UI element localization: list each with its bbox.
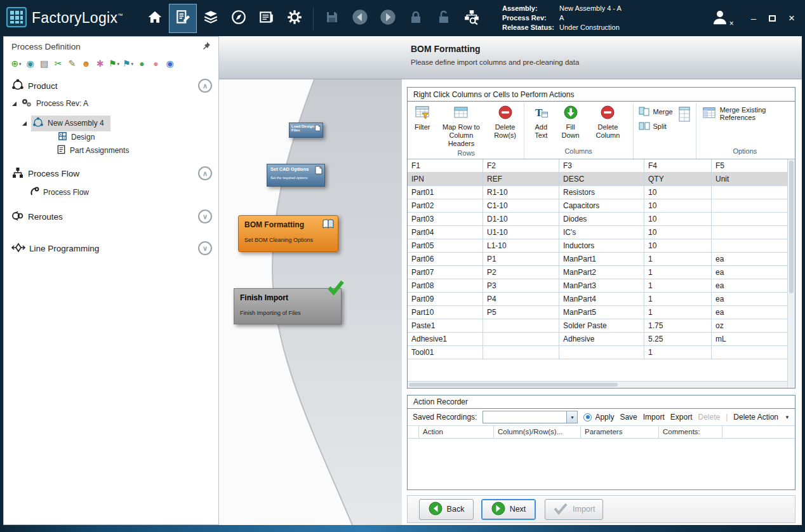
cell[interactable]: Part08: [408, 279, 483, 292]
horizontal-scrollbar[interactable]: [408, 381, 787, 388]
cell[interactable]: [712, 186, 787, 199]
cell[interactable]: Part01: [408, 186, 483, 199]
workflow-step-bom-formatting[interactable]: BOM Formatting Set BOM Cleaning Options: [238, 215, 338, 252]
cell[interactable]: [712, 346, 787, 359]
delete-recording-button[interactable]: Delete: [698, 413, 720, 422]
save-button[interactable]: [318, 4, 346, 33]
cell[interactable]: Resistors: [559, 186, 644, 199]
cell[interactable]: IPN: [408, 173, 483, 185]
cell[interactable]: 10: [644, 199, 712, 212]
delete-column-button[interactable]: Delete Column: [586, 103, 629, 141]
cell[interactable]: Part07: [408, 266, 483, 279]
column-header[interactable]: F4: [644, 159, 712, 172]
cell[interactable]: Unit: [712, 173, 787, 185]
scrollbar-thumb[interactable]: [409, 383, 618, 387]
cell[interactable]: QTY: [644, 173, 712, 185]
cell[interactable]: P5: [483, 306, 559, 319]
format-table-button[interactable]: [676, 103, 693, 127]
cell[interactable]: IC's: [559, 226, 644, 239]
cell[interactable]: ea: [712, 306, 787, 319]
lock-button[interactable]: [402, 4, 430, 33]
maximize-button[interactable]: [769, 15, 776, 22]
cell[interactable]: D1-10: [483, 213, 559, 225]
column-header[interactable]: F3: [559, 159, 644, 172]
chevron-down-icon[interactable]: ▼: [785, 415, 790, 420]
status-blue-icon[interactable]: ◉: [164, 58, 176, 69]
cell[interactable]: 1: [644, 279, 712, 292]
filter-button[interactable]: Filter: [412, 103, 432, 133]
cut-icon[interactable]: ✂: [52, 58, 64, 69]
audit-trail-button[interactable]: [458, 4, 486, 33]
tree-item-process-flow[interactable]: Process Flow: [4, 184, 218, 201]
cell[interactable]: Part05: [408, 239, 483, 252]
column-header[interactable]: F5: [712, 159, 787, 172]
cell[interactable]: U1-10: [483, 226, 559, 239]
add-text-button[interactable]: T Add Text: [528, 103, 555, 141]
cell[interactable]: Paste1: [408, 319, 483, 332]
flag-green-icon[interactable]: ⚑▾: [108, 58, 120, 69]
import-recording-button[interactable]: Import: [643, 413, 665, 422]
tree-section-line-programming[interactable]: Line Programming ∨: [4, 237, 218, 259]
cell[interactable]: 1: [644, 253, 712, 265]
export-recording-button[interactable]: Export: [670, 413, 693, 422]
status-red-icon[interactable]: ●: [150, 58, 162, 69]
cell[interactable]: 1: [644, 266, 712, 279]
cell[interactable]: C1-10: [483, 199, 559, 212]
cell[interactable]: Part10: [408, 306, 483, 319]
cell[interactable]: Solder Paste: [559, 319, 644, 332]
column-header[interactable]: Comments:: [659, 426, 722, 438]
cell[interactable]: ea: [712, 279, 787, 292]
cell[interactable]: [712, 199, 787, 212]
merge-button[interactable]: Merge: [637, 105, 675, 118]
merge-existing-references-button[interactable]: Merge Existing References: [700, 103, 790, 124]
collapse-down-toggle[interactable]: ∨: [198, 209, 212, 223]
column-header[interactable]: Column(s)/Row(s)...: [494, 426, 581, 438]
workflow-step-cad-options[interactable]: Set CAD Options Set the required options: [267, 164, 325, 187]
cell[interactable]: [483, 333, 559, 345]
person-icon[interactable]: ☻: [80, 58, 92, 69]
apply-radio[interactable]: [583, 413, 592, 422]
cell[interactable]: Diodes: [559, 213, 644, 225]
cell[interactable]: ManPart4: [559, 293, 644, 305]
collapse-down-toggle[interactable]: ∨: [198, 241, 212, 255]
close-button[interactable]: ×: [788, 15, 795, 22]
unlock-button[interactable]: [430, 4, 458, 33]
pin-icon[interactable]: [202, 41, 211, 52]
tree-item-part-assignments[interactable]: Part Assignments: [4, 143, 218, 157]
split-button[interactable]: Split: [637, 120, 675, 133]
cell[interactable]: mL: [712, 333, 787, 345]
cell[interactable]: [712, 226, 787, 239]
cell[interactable]: [483, 346, 559, 359]
status-green-icon[interactable]: ●: [136, 58, 148, 69]
dispatch-button[interactable]: [225, 4, 253, 33]
cell[interactable]: ea: [712, 293, 787, 305]
materials-button[interactable]: [197, 4, 225, 33]
add-icon[interactable]: ⊕▾: [10, 58, 22, 69]
expander-icon[interactable]: [22, 121, 27, 126]
column-header[interactable]: Parameters: [581, 426, 659, 438]
tree-section-reroutes[interactable]: Reroutes ∨: [4, 206, 218, 227]
collapse-up-toggle[interactable]: ∧: [198, 79, 212, 93]
cell[interactable]: Tool01: [408, 346, 483, 359]
cell[interactable]: 5.25: [644, 333, 712, 345]
cell[interactable]: 1: [644, 346, 712, 359]
column-header[interactable]: F1: [408, 159, 483, 172]
tree-item-design[interactable]: Design: [4, 131, 218, 143]
cell[interactable]: [483, 319, 559, 332]
cell[interactable]: P2: [483, 266, 559, 279]
tree-item-process-rev[interactable]: Process Rev: A: [4, 96, 218, 110]
back-nav-button[interactable]: [346, 4, 374, 33]
cell[interactable]: ManPart3: [559, 279, 644, 292]
cell[interactable]: ea: [712, 266, 787, 279]
cell[interactable]: 10: [644, 226, 712, 239]
cell[interactable]: P3: [483, 279, 559, 292]
delete-rows-button[interactable]: Delete Row(s): [489, 103, 520, 141]
collapse-up-toggle[interactable]: ∧: [198, 166, 212, 180]
map-row-button[interactable]: Map Row to Column Headers: [434, 103, 488, 149]
fill-down-button[interactable]: Fill Down: [556, 103, 585, 141]
cell[interactable]: 1.75: [644, 319, 712, 332]
back-button[interactable]: Back: [419, 499, 474, 520]
cell[interactable]: Part02: [408, 199, 483, 212]
cell[interactable]: 10: [644, 239, 712, 252]
cell[interactable]: P1: [483, 253, 559, 265]
